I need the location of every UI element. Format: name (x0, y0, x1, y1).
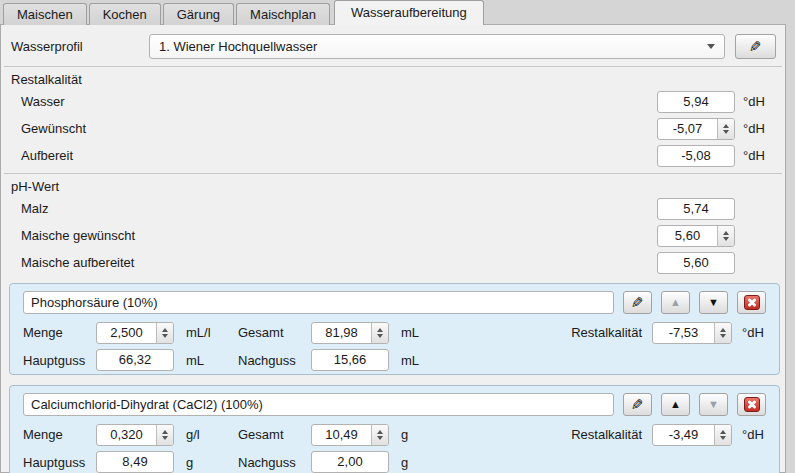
edit-additive-button[interactable]: ✎ (623, 291, 652, 314)
hauptguss-field[interactable]: 66,32 (96, 349, 174, 371)
gewuenscht-row: Gewünscht -5,07 °dH (1, 115, 785, 142)
wasser-value: 5,94 (658, 92, 734, 112)
hauptguss-value: 66,32 (97, 350, 173, 370)
delete-icon (744, 397, 760, 412)
maische-aufbereitet-value: 5,60 (658, 253, 734, 273)
wasseraufbereitung-pane: Wasserprofil 1. Wiener Hochquellwasser ✎… (0, 24, 786, 473)
delete-additive-button[interactable] (737, 393, 766, 416)
ph-wert-header: pH-Wert (1, 174, 785, 195)
additive-title-row: Phosphorsäure (10%) ✎ ▲ ▼ (23, 291, 766, 314)
spinner-up-icon (162, 328, 168, 332)
additive-guss-row: Hauptguss 8,49 g Nachguss 2,00 g (23, 451, 766, 473)
additive-amount-row: Menge 2,500 mL/l Gesamt 81,98 mL Restalk… (23, 321, 766, 344)
spinner-up-icon (720, 328, 726, 332)
restalkalitaet-label: Restalkalität (571, 427, 642, 442)
malz-label: Malz (21, 201, 657, 216)
restalkalitaet-value: -7,53 (653, 323, 714, 343)
edit-additive-button[interactable]: ✎ (623, 393, 652, 416)
spinner-down-icon (162, 436, 168, 440)
gesamt-value: 81,98 (312, 323, 371, 343)
maische-gewuenscht-value: 5,60 (658, 226, 717, 246)
move-up-button[interactable]: ▲ (661, 393, 690, 416)
nachguss-value: 2,00 (312, 452, 388, 472)
malz-field[interactable]: 5,74 (657, 198, 735, 220)
spinner[interactable] (717, 119, 734, 139)
tab-maischen[interactable]: Maischen (3, 3, 87, 25)
restalkalitaet-header: Restalkalität (1, 67, 785, 88)
spinner-down-icon (377, 436, 383, 440)
nachguss-field[interactable]: 2,00 (311, 451, 389, 473)
water-profile-selected-value: 1. Wiener Hochquellwasser (159, 39, 317, 54)
maische-gewuenscht-spinbox[interactable]: 5,60 (657, 225, 735, 247)
wasser-field[interactable]: 5,94 (657, 91, 735, 113)
additive-name-value: Phosphorsäure (10%) (31, 295, 157, 310)
aufbereit-field[interactable]: -5,08 (657, 145, 735, 167)
pencil-icon: ✎ (749, 39, 762, 54)
gewuenscht-spinbox[interactable]: -5,07 (657, 118, 735, 140)
spinner-down-icon (377, 334, 383, 338)
delete-icon (744, 295, 760, 310)
menge-label: Menge (23, 325, 96, 340)
gesamt-unit: g (389, 427, 429, 442)
additive-guss-row: Hauptguss 66,32 mL Nachguss 15,66 mL (23, 349, 766, 371)
additive-name-value: Calciumchlorid-Dihydrat (CaCl2) (100%) (31, 397, 263, 412)
restalkalitaet-label: Restalkalität (571, 325, 642, 340)
dropdown-arrow-icon (707, 44, 715, 49)
spinner[interactable] (717, 226, 734, 246)
spinner[interactable] (714, 323, 731, 343)
spinner[interactable] (714, 425, 731, 445)
nachguss-field[interactable]: 15,66 (311, 349, 389, 371)
menge-spinbox[interactable]: 2,500 (96, 322, 174, 344)
gesamt-spinbox[interactable]: 10,49 (311, 424, 389, 446)
restalkalitaet-spinbox[interactable]: -3,49 (652, 424, 732, 446)
move-down-button[interactable]: ▼ (699, 393, 728, 416)
arrow-up-icon: ▲ (670, 297, 681, 308)
tab-kochen[interactable]: Kochen (89, 3, 161, 25)
gesamt-label: Gesamt (238, 427, 311, 442)
additive-name-input[interactable]: Phosphorsäure (10%) (23, 291, 614, 314)
water-profile-select[interactable]: 1. Wiener Hochquellwasser (149, 34, 725, 59)
spinner-down-icon (162, 334, 168, 338)
menge-value: 0,320 (97, 425, 156, 445)
maische-aufbereitet-label: Maische aufbereitet (21, 255, 657, 270)
restalkalitaet-value: -3,49 (653, 425, 714, 445)
spinner[interactable] (371, 323, 388, 343)
move-up-button[interactable]: ▲ (661, 291, 690, 314)
tab-maischplan[interactable]: Maischplan (236, 3, 330, 25)
restalkalitaet-spinbox[interactable]: -7,53 (652, 322, 732, 344)
spinner-up-icon (162, 430, 168, 434)
spinner-up-icon (377, 430, 383, 434)
spinner[interactable] (371, 425, 388, 445)
tab-wasseraufbereitung[interactable]: Wasseraufbereitung (334, 0, 484, 25)
menge-spinbox[interactable]: 0,320 (96, 424, 174, 446)
gesamt-spinbox[interactable]: 81,98 (311, 322, 389, 344)
water-profile-label: Wasserprofil (11, 39, 149, 54)
aufbereit-unit: °dH (743, 148, 777, 163)
aufbereit-label: Aufbereit (21, 148, 657, 163)
additive-panel-phosphorsaeure: Phosphorsäure (10%) ✎ ▲ ▼ Menge 2,500 (9, 283, 780, 375)
maische-gewuenscht-row: Maische gewünscht 5,60 (1, 222, 785, 249)
tab-gaerung[interactable]: Gärung (163, 3, 234, 25)
spinner[interactable] (156, 323, 173, 343)
additive-panel-calciumchlorid: Calciumchlorid-Dihydrat (CaCl2) (100%) ✎… (9, 385, 780, 473)
hauptguss-label: Hauptguss (23, 353, 96, 368)
additive-name-input[interactable]: Calciumchlorid-Dihydrat (CaCl2) (100%) (23, 393, 614, 416)
menge-unit: g/l (174, 427, 238, 442)
maische-aufbereitet-field[interactable]: 5,60 (657, 252, 735, 274)
gewuenscht-value: -5,07 (658, 119, 717, 139)
pencil-icon: ✎ (631, 295, 644, 310)
hauptguss-unit: g (174, 455, 238, 470)
delete-additive-button[interactable] (737, 291, 766, 314)
move-down-button[interactable]: ▼ (699, 291, 728, 314)
edit-water-profile-button[interactable]: ✎ (735, 34, 776, 59)
aufbereit-value: -5,08 (658, 146, 734, 166)
pencil-icon: ✎ (631, 397, 644, 412)
gesamt-label: Gesamt (238, 325, 311, 340)
aufbereit-row: Aufbereit -5,08 °dH (1, 142, 785, 169)
spinner-down-icon (723, 237, 729, 241)
hauptguss-field[interactable]: 8,49 (96, 451, 174, 473)
spinner[interactable] (156, 425, 173, 445)
spinner-up-icon (723, 124, 729, 128)
spinner-up-icon (377, 328, 383, 332)
wasser-label: Wasser (21, 94, 657, 109)
